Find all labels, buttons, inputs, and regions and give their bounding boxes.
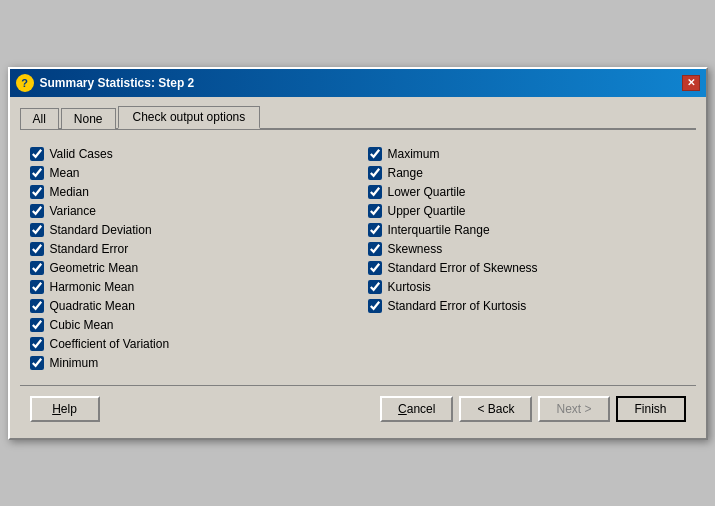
label-kurtosis[interactable]: Kurtosis xyxy=(388,280,431,294)
checkbox-std_dev[interactable] xyxy=(30,223,44,237)
btn-group-right: Cancel < Back Next > Finish xyxy=(380,396,685,422)
options-grid: Valid CasesMeanMedianVarianceStandard De… xyxy=(30,146,686,371)
checkbox-minimum[interactable] xyxy=(30,356,44,370)
checkbox-std_err[interactable] xyxy=(30,242,44,256)
label-maximum[interactable]: Maximum xyxy=(388,147,440,161)
checkbox-harm_mean[interactable] xyxy=(30,280,44,294)
right-column: MaximumRangeLower QuartileUpper Quartile… xyxy=(368,146,686,371)
label-cubic_mean[interactable]: Cubic Mean xyxy=(50,318,114,332)
checkbox-item-lower_quartile: Lower Quartile xyxy=(368,184,686,200)
checkbox-valid_cases[interactable] xyxy=(30,147,44,161)
checkbox-range[interactable] xyxy=(368,166,382,180)
checkbox-maximum[interactable] xyxy=(368,147,382,161)
checkbox-quad_mean[interactable] xyxy=(30,299,44,313)
checkbox-geo_mean[interactable] xyxy=(30,261,44,275)
tab-row: All None Check output options xyxy=(20,105,696,130)
button-row: Help Cancel < Back Next > Finish xyxy=(20,385,696,428)
checkbox-se_skewness[interactable] xyxy=(368,261,382,275)
label-se_skewness[interactable]: Standard Error of Skewness xyxy=(388,261,538,275)
label-std_err[interactable]: Standard Error xyxy=(50,242,129,256)
dialog-title: Summary Statistics: Step 2 xyxy=(40,76,195,90)
label-quad_mean[interactable]: Quadratic Mean xyxy=(50,299,135,313)
checkbox-item-quad_mean: Quadratic Mean xyxy=(30,298,348,314)
checkbox-item-harm_mean: Harmonic Mean xyxy=(30,279,348,295)
checkbox-item-kurtosis: Kurtosis xyxy=(368,279,686,295)
title-bar: ? Summary Statistics: Step 2 ✕ xyxy=(10,69,706,97)
left-column: Valid CasesMeanMedianVarianceStandard De… xyxy=(30,146,348,371)
dialog-icon: ? xyxy=(16,74,34,92)
checkbox-item-maximum: Maximum xyxy=(368,146,686,162)
checkbox-item-se_kurtosis: Standard Error of Kurtosis xyxy=(368,298,686,314)
label-median[interactable]: Median xyxy=(50,185,89,199)
label-iqr[interactable]: Interquartile Range xyxy=(388,223,490,237)
checkbox-item-coeff_var: Coefficient of Variation xyxy=(30,336,348,352)
checkbox-cubic_mean[interactable] xyxy=(30,318,44,332)
tab-all[interactable]: All xyxy=(20,108,59,129)
checkbox-item-se_skewness: Standard Error of Skewness xyxy=(368,260,686,276)
checkbox-item-geo_mean: Geometric Mean xyxy=(30,260,348,276)
label-std_dev[interactable]: Standard Deviation xyxy=(50,223,152,237)
checkbox-kurtosis[interactable] xyxy=(368,280,382,294)
label-coeff_var[interactable]: Coefficient of Variation xyxy=(50,337,170,351)
checkbox-mean[interactable] xyxy=(30,166,44,180)
tab-active-label: Check output options xyxy=(118,106,261,129)
label-se_kurtosis[interactable]: Standard Error of Kurtosis xyxy=(388,299,527,313)
checkbox-item-range: Range xyxy=(368,165,686,181)
close-button[interactable]: ✕ xyxy=(682,75,700,91)
label-lower_quartile[interactable]: Lower Quartile xyxy=(388,185,466,199)
label-upper_quartile[interactable]: Upper Quartile xyxy=(388,204,466,218)
checkbox-item-std_err: Standard Error xyxy=(30,241,348,257)
checkbox-upper_quartile[interactable] xyxy=(368,204,382,218)
label-range[interactable]: Range xyxy=(388,166,423,180)
cancel-button[interactable]: Cancel xyxy=(380,396,453,422)
checkbox-item-upper_quartile: Upper Quartile xyxy=(368,203,686,219)
dialog-window: ? Summary Statistics: Step 2 ✕ All None … xyxy=(8,67,708,440)
label-variance[interactable]: Variance xyxy=(50,204,96,218)
next-button[interactable]: Next > xyxy=(538,396,609,422)
checkbox-se_kurtosis[interactable] xyxy=(368,299,382,313)
label-harm_mean[interactable]: Harmonic Mean xyxy=(50,280,135,294)
dialog-body: All None Check output options Valid Case… xyxy=(10,97,706,438)
checkbox-item-mean: Mean xyxy=(30,165,348,181)
tab-none[interactable]: None xyxy=(61,108,116,129)
checkbox-item-variance: Variance xyxy=(30,203,348,219)
label-skewness[interactable]: Skewness xyxy=(388,242,443,256)
checkbox-lower_quartile[interactable] xyxy=(368,185,382,199)
checkbox-item-median: Median xyxy=(30,184,348,200)
content-area: Valid CasesMeanMedianVarianceStandard De… xyxy=(20,138,696,379)
finish-button[interactable]: Finish xyxy=(616,396,686,422)
checkbox-iqr[interactable] xyxy=(368,223,382,237)
title-bar-left: ? Summary Statistics: Step 2 xyxy=(16,74,195,92)
checkbox-item-skewness: Skewness xyxy=(368,241,686,257)
back-button[interactable]: < Back xyxy=(459,396,532,422)
checkbox-item-valid_cases: Valid Cases xyxy=(30,146,348,162)
help-button[interactable]: Help xyxy=(30,396,100,422)
label-valid_cases[interactable]: Valid Cases xyxy=(50,147,113,161)
checkbox-item-std_dev: Standard Deviation xyxy=(30,222,348,238)
checkbox-item-cubic_mean: Cubic Mean xyxy=(30,317,348,333)
label-geo_mean[interactable]: Geometric Mean xyxy=(50,261,139,275)
checkbox-item-minimum: Minimum xyxy=(30,355,348,371)
label-minimum[interactable]: Minimum xyxy=(50,356,99,370)
btn-group-left: Help xyxy=(30,396,100,422)
label-mean[interactable]: Mean xyxy=(50,166,80,180)
checkbox-coeff_var[interactable] xyxy=(30,337,44,351)
checkbox-variance[interactable] xyxy=(30,204,44,218)
checkbox-median[interactable] xyxy=(30,185,44,199)
checkbox-item-iqr: Interquartile Range xyxy=(368,222,686,238)
checkbox-skewness[interactable] xyxy=(368,242,382,256)
